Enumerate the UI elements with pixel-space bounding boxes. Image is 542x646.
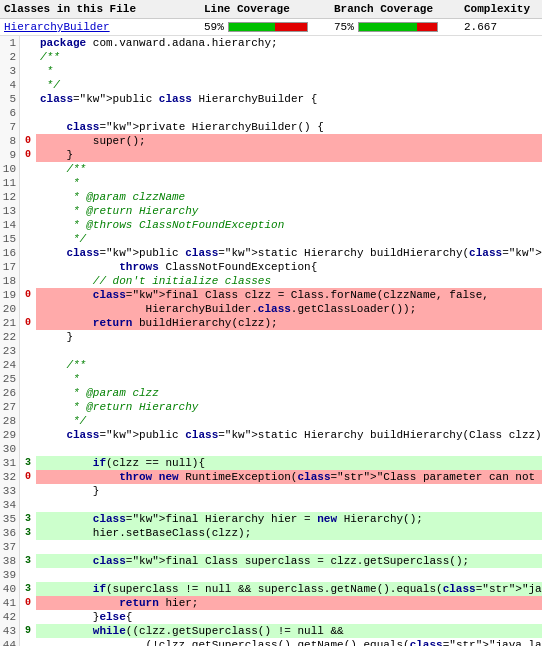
hit-count [20, 540, 36, 554]
branch-coverage-bar [358, 22, 438, 32]
code-text: class="kw">final Class clzz = Class.forN… [36, 288, 542, 302]
code-line-37: 37 [0, 540, 542, 554]
code-line-20: 20 HierarchyBuilder.class.getClassLoader… [0, 302, 542, 316]
hit-count [20, 106, 36, 120]
line-number: 1 [0, 36, 20, 50]
code-text: class="kw">public class="kw">static Hier… [36, 428, 542, 442]
line-coverage-bar [228, 22, 308, 32]
line-number: 44 [0, 638, 20, 646]
hit-count [20, 176, 36, 190]
line-number: 15 [0, 232, 20, 246]
code-text: class="kw">final Class superclass = clzz… [36, 554, 542, 568]
branch-coverage-cell: 75% [334, 21, 464, 33]
code-line-28: 28 */ [0, 414, 542, 428]
code-line-10: 10 /** [0, 162, 542, 176]
line-number: 4 [0, 78, 20, 92]
hit-count [20, 638, 36, 646]
file-row: HierarchyBuilder 59% 75% 2.667 [0, 19, 542, 36]
code-text: class="kw">private HierarchyBuilder() { [36, 120, 542, 134]
hit-count [20, 246, 36, 260]
code-text: } [36, 484, 542, 498]
code-line-19: 190 class="kw">final Class clzz = Class.… [0, 288, 542, 302]
hit-count: 0 [20, 596, 36, 610]
hit-count [20, 372, 36, 386]
hit-count [20, 386, 36, 400]
hit-count [20, 498, 36, 512]
code-line-34: 34 [0, 498, 542, 512]
code-text: /** [36, 50, 542, 64]
code-text [36, 568, 542, 582]
line-number: 11 [0, 176, 20, 190]
line-number: 35 [0, 512, 20, 526]
hit-count [20, 568, 36, 582]
code-text: return hier; [36, 596, 542, 610]
line-number: 26 [0, 386, 20, 400]
hit-count [20, 484, 36, 498]
code-line-2: 2/** [0, 50, 542, 64]
code-line-24: 24 /** [0, 358, 542, 372]
code-text: hier.setBaseClass(clzz); [36, 526, 542, 540]
code-text: * [36, 176, 542, 190]
code-text: package com.vanward.adana.hierarchy; [36, 36, 542, 50]
file-name-link[interactable]: HierarchyBuilder [4, 21, 204, 33]
line-number: 8 [0, 134, 20, 148]
hit-count [20, 50, 36, 64]
line-number: 38 [0, 554, 20, 568]
line-number: 28 [0, 414, 20, 428]
hit-count [20, 610, 36, 624]
line-number: 32 [0, 470, 20, 484]
code-text: while((clzz.getSuperclass() != null && [36, 624, 542, 638]
hit-count [20, 218, 36, 232]
line-number: 25 [0, 372, 20, 386]
line-number: 6 [0, 106, 20, 120]
code-text: * [36, 372, 542, 386]
line-number: 39 [0, 568, 20, 582]
code-text: * @param clzzName [36, 190, 542, 204]
complexity-header: Complexity [464, 3, 538, 15]
line-bar-red [275, 23, 307, 31]
code-line-8: 80 super(); [0, 134, 542, 148]
line-number: 10 [0, 162, 20, 176]
hit-count [20, 330, 36, 344]
code-line-7: 7 class="kw">private HierarchyBuilder() … [0, 120, 542, 134]
code-text: // don't initialize classes [36, 274, 542, 288]
code-text: HierarchyBuilder.class.getClassLoader())… [36, 302, 542, 316]
code-line-3: 3 * [0, 64, 542, 78]
code-line-22: 22 } [0, 330, 542, 344]
code-text: class="kw">final Hierarchy hier = new Hi… [36, 512, 542, 526]
line-number: 34 [0, 498, 20, 512]
line-bar-green [229, 23, 275, 31]
code-line-17: 17 throws ClassNotFoundException{ [0, 260, 542, 274]
code-line-38: 383 class="kw">final Class superclass = … [0, 554, 542, 568]
code-line-15: 15 */ [0, 232, 542, 246]
code-line-26: 26 * @param clzz [0, 386, 542, 400]
line-number: 30 [0, 442, 20, 456]
branch-bar-green [359, 23, 418, 31]
line-number: 7 [0, 120, 20, 134]
code-line-40: 403 if(superclass != null && superclass.… [0, 582, 542, 596]
code-line-39: 39 [0, 568, 542, 582]
line-number: 17 [0, 260, 20, 274]
code-text: throw new RuntimeException(class="str">"… [36, 470, 542, 484]
code-text [36, 344, 542, 358]
code-text: } [36, 148, 542, 162]
code-line-30: 30 [0, 442, 542, 456]
hit-count: 3 [20, 526, 36, 540]
code-text: (!clzz.getSuperclass().getName().equals(… [36, 638, 542, 646]
line-number: 13 [0, 204, 20, 218]
code-line-44: 44 (!clzz.getSuperclass().getName().equa… [0, 638, 542, 646]
line-coverage-header: Line Coverage [204, 3, 334, 15]
line-number: 5 [0, 92, 20, 106]
hit-count [20, 344, 36, 358]
hit-count [20, 274, 36, 288]
hit-count: 0 [20, 316, 36, 330]
code-line-36: 363 hier.setBaseClass(clzz); [0, 526, 542, 540]
line-number: 33 [0, 484, 20, 498]
hit-count [20, 442, 36, 456]
code-line-5: 5class="kw">public class HierarchyBuilde… [0, 92, 542, 106]
line-number: 19 [0, 288, 20, 302]
code-text: class="kw">public class="kw">static Hier… [36, 246, 542, 260]
line-number: 12 [0, 190, 20, 204]
hit-count: 3 [20, 512, 36, 526]
hit-count [20, 36, 36, 50]
